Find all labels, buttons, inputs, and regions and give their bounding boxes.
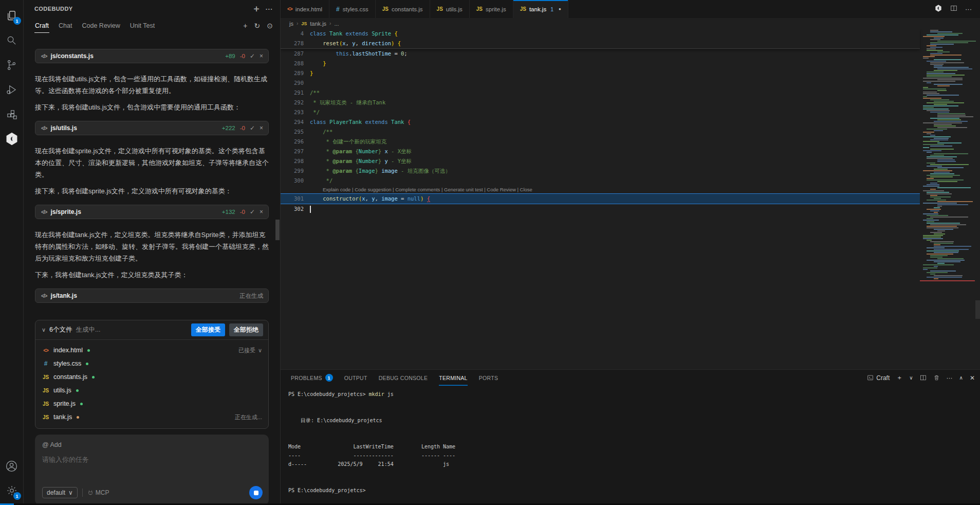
editor-more-icon[interactable]: ··· [965, 5, 972, 13]
accept-file-icon[interactable]: ✓ [250, 50, 255, 62]
editor-actions: ··· [934, 0, 980, 18]
files-count: 6个文件 [49, 326, 72, 334]
sidebar-tab-chat[interactable]: Chat [58, 19, 72, 32]
chat-settings-icon[interactable]: ⊙ [267, 22, 273, 30]
new-terminal-icon[interactable]: ＋ [896, 373, 902, 382]
reject-file-icon[interactable]: × [260, 50, 263, 62]
editor-scrollbar[interactable] [975, 300, 980, 319]
code-line: 295 /** [281, 127, 920, 137]
sidebar-tab-unit-test[interactable]: Unit Test [130, 19, 155, 32]
panel-tab-problems[interactable]: PROBLEMS1 [291, 370, 333, 386]
reject-all-button[interactable]: 全部拒绝 [229, 323, 263, 336]
panel-more-icon[interactable]: ··· [947, 374, 953, 382]
editor-tab-constants.js[interactable]: JSconstants.js [376, 0, 430, 18]
codebuddy-action-icon[interactable] [934, 4, 942, 14]
panel-actions: Craft ＋ ∨ ··· ∧ ✕ [867, 373, 975, 382]
accept-file-icon[interactable]: ✓ [250, 122, 255, 134]
chat-paragraph: 下来，我将创建tank.js文件，定义坦克类及其子类： [35, 269, 269, 281]
explorer-icon[interactable]: 1 [3, 5, 21, 26]
file-row[interactable]: <>index.html已接受∨ [42, 344, 262, 357]
accept-all-button[interactable]: 全部接受 [191, 323, 225, 336]
file-row[interactable]: #styles.css [42, 357, 262, 370]
sidebar-tab-craft[interactable]: Craft [34, 19, 49, 33]
panel-tab-debug-console[interactable]: DEBUG CONSOLE [379, 370, 428, 386]
sidebar-tab-code-review[interactable]: Code Review [82, 19, 121, 32]
shell-selector[interactable]: Craft [867, 374, 890, 382]
code-lines: 287 this.lastShotTime = 0;288 }289}29029… [281, 49, 920, 214]
collapse-chevron-icon[interactable]: ∨ [42, 327, 46, 333]
panel-tab-output[interactable]: OUTPUT [344, 370, 367, 386]
minimap[interactable] [920, 29, 975, 369]
split-editor-icon[interactable] [950, 5, 957, 13]
chevron-right-icon: › [329, 21, 331, 26]
account-icon[interactable] [3, 456, 21, 476]
sidebar-title: CODEBUDDY [34, 6, 73, 12]
files-list: <>index.html已接受∨#styles.cssJSconstants.j… [35, 340, 268, 428]
file-card[interactable]: </>js/tank.js正在生成 [35, 288, 269, 303]
file-card[interactable]: </>js/sprite.js+132-0✓× [35, 205, 269, 219]
editor-tab-sprite.js[interactable]: JSsprite.js [470, 0, 513, 18]
codelens-actions[interactable]: Explain code | Code suggestion | Complet… [281, 186, 920, 193]
code-line: 291/** [281, 88, 920, 98]
code-line: 300 */ [281, 176, 920, 186]
maximize-panel-icon[interactable]: ∧ [959, 375, 963, 381]
editor-tabbar: <>index.html#styles.cssJSconstants.jsJSu… [281, 0, 980, 18]
file-card[interactable]: </>js/constants.js+89-0✓× [35, 49, 269, 63]
mode-select-value: default [47, 489, 65, 496]
mcp-button[interactable]: MCP [87, 489, 109, 496]
file-card[interactable]: </>js/utils.js+222-0✓× [35, 121, 269, 135]
code-line: 297 * @param {Number} x - X坐标 [281, 147, 920, 156]
sidebar-scrollbar[interactable] [275, 220, 280, 240]
accept-file-icon[interactable]: ✓ [250, 206, 255, 218]
add-context-button[interactable]: @ Add [42, 441, 262, 448]
file-row[interactable]: JSsprite.js [42, 397, 262, 410]
file-row[interactable]: JStank.js正在生成... [42, 410, 262, 424]
close-panel-icon[interactable]: ✕ [970, 374, 975, 382]
code-editor[interactable]: 4class Tank extends Sprite {278 reset(x,… [281, 29, 980, 369]
editor-tab-styles.css[interactable]: #styles.css [329, 0, 376, 18]
stop-icon [254, 491, 258, 495]
breadcrumb: js › JS tank.js › ... [281, 18, 980, 29]
codebuddy-icon[interactable] [3, 129, 21, 149]
editor-tab-tank.js[interactable]: JStank.js1● [513, 0, 568, 18]
code-line: 278 reset(x, y, direction) { [281, 39, 920, 48]
task-input-box[interactable]: @ Add 请输入你的任务 default ∨ MCP [35, 435, 269, 505]
divider [82, 489, 83, 497]
panel-tab-terminal[interactable]: TERMINAL [439, 370, 468, 386]
settings-gear-icon[interactable]: 1 [3, 480, 21, 501]
run-debug-icon[interactable] [3, 79, 21, 100]
extensions-icon[interactable] [3, 104, 21, 124]
code-line: 299 * @param {Image} image - 坦克图像（可选） [281, 166, 920, 176]
mode-select[interactable]: default ∨ [42, 487, 78, 498]
search-icon[interactable] [3, 30, 21, 50]
terminal[interactable]: PS E:\codebuddy_projetcs> mkdir js 目录: E… [281, 386, 980, 505]
code-line: 302 [281, 204, 920, 214]
split-terminal-icon[interactable] [920, 374, 927, 381]
panel-layout-icon[interactable]: ✛ [254, 5, 260, 13]
panel-tab-ports[interactable]: PORTS [479, 370, 498, 386]
terminal-dropdown-icon[interactable]: ∨ [909, 375, 913, 381]
task-input-placeholder[interactable]: 请输入你的任务 [42, 455, 262, 464]
breadcrumb-symbol[interactable]: ... [334, 21, 339, 27]
stop-generation-button[interactable] [249, 486, 263, 499]
file-row[interactable]: JSconstants.js [42, 370, 262, 384]
panel-tabs: PROBLEMS1OUTPUTDEBUG CONSOLETERMINALPORT… [281, 370, 980, 386]
code-line: 4class Tank extends Sprite { [281, 29, 920, 39]
breadcrumb-folder[interactable]: js [289, 21, 293, 27]
editor-tab-utils.js[interactable]: JSutils.js [430, 0, 470, 18]
breadcrumb-file[interactable]: tank.js [310, 21, 326, 27]
sidebar-tabs: CraftChatCode ReviewUnit Test + ↻ ⊙ [24, 17, 280, 34]
sticky-scroll: 4class Tank extends Sprite {278 reset(x,… [281, 29, 920, 49]
kill-terminal-icon[interactable] [933, 374, 940, 381]
mcp-icon [87, 490, 94, 496]
reject-file-icon[interactable]: × [260, 206, 263, 218]
history-icon[interactable]: ↻ [254, 22, 261, 30]
code-area: 4class Tank extends Sprite {278 reset(x,… [281, 29, 920, 369]
file-row[interactable]: JSutils.js [42, 384, 262, 397]
source-control-icon[interactable] [3, 55, 21, 75]
code-line: 298 * @param {Number} y - Y坐标 [281, 156, 920, 166]
new-chat-icon[interactable]: + [243, 22, 247, 30]
reject-file-icon[interactable]: × [260, 122, 263, 134]
editor-tab-index.html[interactable]: <>index.html [281, 0, 329, 18]
sidebar-more-icon[interactable]: ··· [266, 5, 273, 13]
